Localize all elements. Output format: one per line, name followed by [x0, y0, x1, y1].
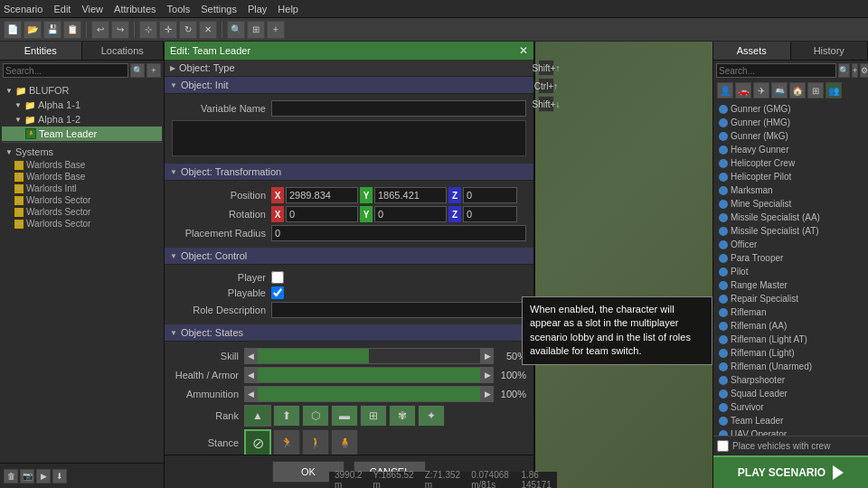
- asset-cat-person[interactable]: 👥: [826, 82, 842, 99]
- menu-attributes[interactable]: Attributes: [114, 4, 156, 14]
- skill-bar-track[interactable]: [257, 348, 481, 364]
- alpha11-item[interactable]: ▼ 📁 Alpha 1-1: [2, 98, 162, 112]
- asset-cat-0[interactable]: 👤: [717, 82, 733, 99]
- warlords-item-2[interactable]: W Warlords Intl: [2, 183, 162, 194]
- assets-settings-icon[interactable]: ⚙: [860, 63, 868, 78]
- asset-item-23[interactable]: Team Leader: [715, 414, 866, 427]
- ammo-decrease-button[interactable]: ◀: [244, 386, 257, 402]
- open-button[interactable]: 📂: [24, 21, 42, 39]
- asset-item-16[interactable]: Rifleman (AA): [715, 319, 866, 333]
- ammo-increase-button[interactable]: ▶: [481, 386, 494, 402]
- play-scenario-button[interactable]: PLAY SCENARIO: [713, 455, 868, 488]
- skill-decrease-button[interactable]: ◀: [244, 348, 257, 364]
- asset-item-12[interactable]: Pilot: [715, 265, 866, 278]
- asset-item-21[interactable]: Squad Leader: [715, 387, 866, 400]
- rotate-button[interactable]: ↻: [179, 21, 197, 39]
- asset-item-10[interactable]: Officer: [715, 238, 866, 251]
- left-bottom-btn4[interactable]: ⬇: [52, 469, 67, 483]
- asset-cat-3[interactable]: 🚢: [771, 82, 788, 99]
- tab-assets[interactable]: Assets: [713, 42, 791, 60]
- asset-item-4[interactable]: Helicopter Crew: [715, 156, 866, 170]
- asset-item-11[interactable]: Para Trooper: [715, 251, 866, 265]
- asset-item-2[interactable]: Gunner (MkG): [715, 129, 866, 143]
- rot-z-input[interactable]: [463, 206, 517, 222]
- asset-item-22[interactable]: Survivor: [715, 400, 866, 414]
- assets-add-icon[interactable]: +: [852, 63, 858, 78]
- skill-increase-button[interactable]: ▶: [481, 348, 494, 364]
- rank-icon-3[interactable]: ▬: [331, 405, 358, 427]
- add-entity-button[interactable]: +: [146, 63, 161, 78]
- place-vehicles-checkbox[interactable]: [717, 440, 729, 452]
- asset-item-14[interactable]: Repair Specialist: [715, 292, 866, 305]
- section-object-control[interactable]: ▼ Object: Control: [165, 248, 533, 265]
- placement-radius-input[interactable]: [271, 225, 526, 241]
- asset-item-6[interactable]: Marksman: [715, 183, 866, 197]
- rank-icon-2[interactable]: ⬡: [302, 405, 329, 427]
- asset-item-9[interactable]: Missile Specialist (AT): [715, 224, 866, 238]
- rank-icon-5[interactable]: ✾: [389, 405, 416, 427]
- health-increase-button[interactable]: ▶: [481, 367, 494, 383]
- variable-name-input[interactable]: [271, 100, 526, 117]
- menu-view[interactable]: View: [81, 4, 103, 14]
- asset-item-3[interactable]: Heavy Gunner: [715, 143, 866, 156]
- asset-cat-5[interactable]: ⊞: [807, 82, 824, 99]
- asset-cat-1[interactable]: 🚗: [735, 82, 751, 99]
- save-button[interactable]: 💾: [43, 21, 61, 39]
- role-desc-input[interactable]: [271, 302, 526, 318]
- rot-y-input[interactable]: [374, 206, 447, 222]
- delete-button[interactable]: ✕: [199, 21, 217, 39]
- menu-scenario[interactable]: Scenario: [4, 4, 42, 14]
- rank-icon-1[interactable]: ⬆: [273, 405, 300, 427]
- zoom-button[interactable]: 🔍: [227, 21, 245, 39]
- add-button[interactable]: +: [267, 21, 285, 39]
- grid-button[interactable]: ⊞: [247, 21, 265, 39]
- assets-search-input[interactable]: [716, 63, 836, 78]
- dialog-close-button[interactable]: ✕: [519, 44, 528, 57]
- left-bottom-btn1[interactable]: 🗑: [4, 469, 18, 483]
- warlords-item-3[interactable]: W Warlords Sector: [2, 194, 162, 206]
- rank-icon-4[interactable]: ⊞: [360, 405, 387, 427]
- asset-item-15[interactable]: Rifleman: [715, 305, 866, 319]
- rot-x-input[interactable]: [286, 206, 358, 222]
- blufor-item[interactable]: ▼ 📁 BLUFOR: [2, 83, 162, 98]
- redo-button[interactable]: ↪: [111, 21, 129, 39]
- menu-play[interactable]: Play: [248, 4, 267, 14]
- asset-item-19[interactable]: Rifleman (Unarmed): [715, 360, 866, 373]
- systems-item[interactable]: ▼ Systems: [2, 145, 162, 159]
- asset-item-20[interactable]: Sharpshooter: [715, 373, 866, 387]
- map-ctrl-up[interactable]: Ctrl+↑: [538, 78, 554, 94]
- warlords-item-1[interactable]: W Warlords Base: [2, 171, 162, 183]
- asset-cat-4[interactable]: 🏠: [789, 82, 806, 99]
- left-bottom-btn3[interactable]: ▶: [36, 469, 51, 483]
- stance-icon-2[interactable]: 🚶: [302, 429, 329, 455]
- asset-item-18[interactable]: Rifleman (Light): [715, 346, 866, 360]
- asset-item-5[interactable]: Helicopter Pilot: [715, 170, 866, 183]
- section-object-transformation[interactable]: ▼ Object: Transformation: [165, 164, 533, 181]
- asset-item-24[interactable]: UAV Operator: [715, 427, 866, 436]
- left-bottom-btn2[interactable]: 📷: [20, 469, 34, 483]
- health-decrease-button[interactable]: ◀: [244, 367, 257, 383]
- select-button[interactable]: ⊹: [139, 21, 157, 39]
- player-checkbox[interactable]: [271, 271, 284, 284]
- search-input[interactable]: [3, 63, 128, 78]
- search-icon-btn[interactable]: 🔍: [130, 63, 145, 78]
- health-bar-track[interactable]: [257, 367, 481, 383]
- ammo-bar-track[interactable]: [257, 386, 481, 402]
- place-vehicles-label[interactable]: Place vehicles with crew: [717, 440, 864, 452]
- map-shift-up[interactable]: Shift+↑: [538, 60, 554, 76]
- menu-settings[interactable]: Settings: [201, 4, 237, 14]
- tab-entities[interactable]: Entities: [0, 42, 82, 60]
- team-leader-item[interactable]: 🧍 Team Leader: [2, 127, 162, 141]
- map-shift-dn[interactable]: Shift+↓: [538, 96, 554, 112]
- warlords-item-0[interactable]: W Warlords Base: [2, 159, 162, 171]
- init-code-area[interactable]: [172, 120, 526, 156]
- move-button[interactable]: ✛: [159, 21, 177, 39]
- pos-z-input[interactable]: [463, 187, 517, 203]
- warlords-item-4[interactable]: W Warlords Sector: [2, 206, 162, 218]
- stance-icon-3[interactable]: 🧍: [331, 429, 358, 455]
- section-object-type[interactable]: ▶ Object: Type: [165, 60, 533, 77]
- menu-edit[interactable]: Edit: [53, 4, 71, 14]
- save-as-button[interactable]: 📋: [63, 21, 81, 39]
- warlords-item-5[interactable]: W Warlords Sector: [2, 218, 162, 230]
- stance-icon-0[interactable]: ⊘: [244, 429, 271, 455]
